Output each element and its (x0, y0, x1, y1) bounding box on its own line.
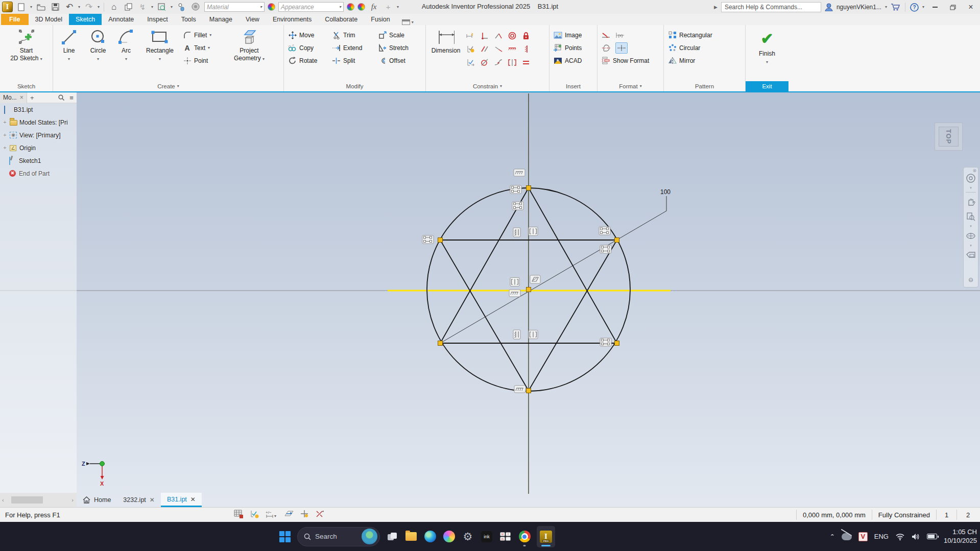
redo-button[interactable]: ↷ (83, 2, 94, 13)
chevron-down-icon[interactable]: ▾ (171, 5, 173, 9)
help-icon[interactable]: ? (910, 3, 919, 12)
tab-annotate[interactable]: Annotate (102, 14, 140, 25)
pan-hand-icon[interactable] (965, 196, 976, 207)
signed-in-user[interactable]: nguyenVKien1... (836, 4, 881, 11)
browser-node-sketch1[interactable]: Sketch1 (0, 154, 77, 167)
symmetric-constraint-glyph[interactable] (510, 278, 519, 286)
split-button[interactable]: Split (330, 54, 376, 67)
doc-tab-b31[interactable]: B31.ipt✕ (161, 493, 202, 507)
image-button[interactable]: Image (552, 29, 594, 41)
chevron-down-icon[interactable]: ▾ (30, 5, 32, 9)
chevron-down-icon[interactable]: ▾ (970, 226, 972, 227)
coincident-constraint-glyph[interactable] (599, 227, 610, 235)
navbar-minus-icon[interactable]: ⊖ (965, 274, 976, 285)
centerline-icon[interactable] (615, 42, 628, 54)
equal-constraint-glyph[interactable] (513, 330, 520, 339)
tray-overflow-icon[interactable]: ⌃ (830, 533, 835, 540)
tab-3d-model[interactable]: 3D Model (29, 14, 69, 25)
scroll-left-icon[interactable]: ‹ (2, 497, 4, 503)
start-button[interactable] (278, 530, 292, 543)
minimize-button[interactable] (928, 2, 942, 13)
coincident-constraint-glyph[interactable] (422, 235, 434, 244)
view-cube[interactable]: TOP (935, 123, 963, 151)
browser-node-origin[interactable]: + ∠ Origin (0, 141, 77, 154)
tab-tools[interactable]: Tools (175, 14, 203, 25)
inventor-taskbar-button[interactable]: IPRO (537, 526, 555, 547)
file-explorer-button[interactable] (404, 530, 418, 543)
collinear-constraint-icon[interactable] (491, 42, 505, 56)
chevron-down-icon[interactable]: ▾ (970, 187, 972, 188)
trim-button[interactable]: Trim (330, 29, 376, 41)
appearance-dropdown[interactable]: Appearance ▾ (278, 2, 344, 12)
browser-menu-icon[interactable]: ≡ (66, 94, 77, 102)
iproperties-icon[interactable]: ↯ (137, 2, 148, 13)
dimension-display-toggle-icon[interactable]: +/−▾ (266, 510, 278, 520)
scroll-right-icon[interactable]: › (71, 497, 74, 503)
dimension-display-icon[interactable]: (x) (615, 31, 624, 39)
expand-plus-icon[interactable]: + (2, 132, 8, 138)
add-browser-tab-button[interactable]: + (27, 94, 37, 102)
tab-manage[interactable]: Manage (203, 14, 239, 25)
fix-constraint-icon[interactable] (519, 29, 533, 42)
symmetric-constraint-glyph[interactable] (529, 227, 538, 236)
edge-button[interactable] (423, 530, 437, 543)
vertical-constraint-icon[interactable] (519, 42, 533, 56)
panel-label-exit[interactable]: Exit (746, 81, 788, 91)
fillet-button[interactable]: Fillet▾ (181, 29, 228, 41)
search-highlight-image[interactable] (362, 529, 377, 544)
chevron-down-icon[interactable]: ▾ (922, 5, 924, 9)
new-file-button[interactable] (16, 2, 27, 13)
chevron-down-icon[interactable]: ▾ (970, 245, 972, 246)
battery-icon[interactable] (927, 534, 937, 539)
automatic-dimension-icon[interactable] (464, 29, 477, 42)
symmetric-constraint-glyph[interactable] (529, 330, 538, 339)
slice-graphics-icon[interactable] (284, 510, 294, 520)
ribbon-display-toggle[interactable]: ▾ (402, 19, 414, 25)
scale-button[interactable]: Scale (376, 29, 423, 41)
material-dropdown[interactable]: Material ▾ (204, 2, 265, 12)
onedrive-paused-icon[interactable] (842, 533, 852, 540)
parallel-constraint-icon[interactable] (477, 42, 491, 56)
dimension-button[interactable]: Dimension (428, 27, 464, 81)
coincident-constraint-glyph[interactable] (600, 338, 611, 346)
clear-appearance-icon[interactable] (357, 3, 365, 11)
save-button[interactable] (50, 2, 61, 13)
user-avatar-icon[interactable] (825, 3, 833, 11)
doc-tab-home[interactable]: Home (77, 493, 117, 507)
equal-constraint-glyph[interactable] (513, 228, 520, 237)
constraint-settings-icon[interactable] (464, 42, 477, 56)
expand-arrow-icon[interactable]: ▶ (714, 5, 718, 10)
home-button[interactable]: ⌂ (108, 2, 119, 13)
panel-label-constrain[interactable]: Constrain▾ (426, 81, 549, 91)
settings-button[interactable]: ⚙ (461, 530, 474, 543)
look-at-icon[interactable] (965, 250, 976, 261)
close-button[interactable]: × (964, 2, 978, 13)
circle-button[interactable]: Circle▾ (84, 27, 112, 81)
driven-dimension-icon[interactable] (602, 31, 610, 39)
qat-customize-icon[interactable]: ▾ (397, 5, 399, 9)
project-geometry-button[interactable]: ProjectGeometry ▾ (229, 27, 270, 81)
points-button[interactable]: Points (552, 41, 594, 54)
extend-button[interactable]: Extend (330, 41, 376, 54)
graphics-window[interactable]: 100 (0, 92, 980, 507)
constraint-inference-icon[interactable] (250, 510, 259, 520)
concentric-constraint-icon[interactable] (505, 29, 519, 42)
point-button[interactable]: Point (181, 54, 228, 67)
horizontal-constraint-glyph[interactable] (514, 386, 525, 393)
close-icon[interactable]: × (20, 94, 23, 101)
parameters-fx-button[interactable]: fx (368, 2, 379, 13)
horizontal-constraint-icon[interactable] (505, 42, 519, 56)
coincident-constraint-glyph[interactable] (600, 245, 611, 253)
scrollbar-thumb[interactable] (11, 496, 43, 504)
mirror-button[interactable]: Mirror (666, 54, 743, 67)
add-qat-button[interactable]: + (383, 2, 394, 13)
app-store-cart-icon[interactable] (891, 3, 900, 11)
grid-snap-icon[interactable] (234, 510, 244, 520)
panel-label-insert[interactable]: Insert (549, 81, 597, 91)
coincident-constraint-icon[interactable] (491, 29, 505, 42)
browser-horizontal-scrollbar[interactable]: ‹ › (0, 493, 77, 507)
copilot-button[interactable] (442, 530, 456, 543)
panel-label-sketch[interactable]: Sketch (0, 81, 53, 91)
screen-capture-button[interactable] (156, 2, 168, 13)
browser-node-end-of-part[interactable]: ✕ End of Part (0, 167, 77, 180)
